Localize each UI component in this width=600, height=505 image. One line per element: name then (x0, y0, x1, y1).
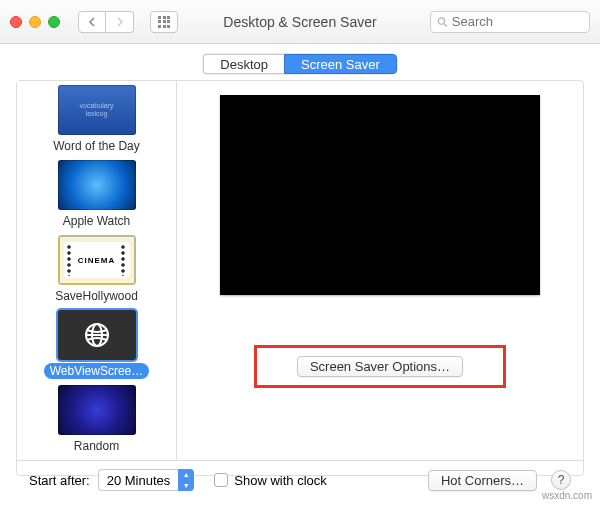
forward-button[interactable] (106, 11, 134, 33)
screen-saver-options-button[interactable]: Screen Saver Options… (297, 356, 463, 377)
highlight-box: Screen Saver Options… (254, 345, 506, 388)
list-item[interactable]: Random (17, 385, 176, 454)
watermark: wsxdn.com (542, 490, 592, 501)
list-item-label: Random (68, 438, 125, 454)
close-icon[interactable] (10, 16, 22, 28)
list-item-label: WebViewScree… (44, 363, 150, 379)
screensaver-list[interactable]: vocabularylexicog Word of the Day Apple … (17, 81, 177, 460)
thumbnail: CINEMA (58, 235, 136, 285)
start-after-value: 20 Minutes (98, 469, 179, 491)
tab-desktop[interactable]: Desktop (203, 54, 284, 74)
list-item-label: SaveHollywood (49, 288, 144, 304)
thumbnail (58, 310, 136, 360)
show-all-button[interactable] (150, 11, 178, 33)
titlebar: Desktop & Screen Saver (0, 0, 600, 44)
checkbox-icon (214, 473, 228, 487)
minimize-icon[interactable] (29, 16, 41, 28)
list-item[interactable]: vocabularylexicog Word of the Day (17, 85, 176, 154)
thumbnail (58, 160, 136, 210)
start-after-select[interactable]: 20 Minutes ▲ ▼ (98, 469, 195, 491)
back-button[interactable] (78, 11, 106, 33)
list-item-label: Word of the Day (47, 138, 145, 154)
tab-screen-saver[interactable]: Screen Saver (284, 54, 397, 74)
search-icon (437, 16, 448, 28)
svg-line-1 (444, 23, 447, 26)
content-panel: vocabularylexicog Word of the Day Apple … (16, 80, 584, 476)
list-item[interactable]: WebViewScree… (17, 310, 176, 379)
zoom-icon[interactable] (48, 16, 60, 28)
panel-footer: Start after: 20 Minutes ▲ ▼ Show with cl… (17, 460, 583, 499)
search-input[interactable] (452, 14, 583, 29)
list-item[interactable]: Apple Watch (17, 160, 176, 229)
start-after-label: Start after: (29, 473, 90, 488)
list-item[interactable]: CINEMA SaveHollywood (17, 235, 176, 304)
globe-icon (84, 322, 110, 348)
checkbox-label: Show with clock (234, 473, 326, 488)
stepper-icon[interactable]: ▲ ▼ (178, 469, 194, 491)
help-button[interactable]: ? (551, 470, 571, 490)
thumbnail (58, 385, 136, 435)
window-controls (10, 16, 60, 28)
search-field-wrap[interactable] (430, 11, 590, 33)
svg-point-0 (438, 17, 444, 23)
main-area: Screen Saver Options… (177, 81, 583, 460)
screensaver-preview[interactable] (220, 95, 540, 295)
hot-corners-button[interactable]: Hot Corners… (428, 470, 537, 491)
list-item-label: Apple Watch (57, 213, 137, 229)
tab-strip: Desktop Screen Saver (0, 44, 600, 80)
thumbnail: vocabularylexicog (58, 85, 136, 135)
show-with-clock-checkbox[interactable]: Show with clock (214, 473, 326, 488)
